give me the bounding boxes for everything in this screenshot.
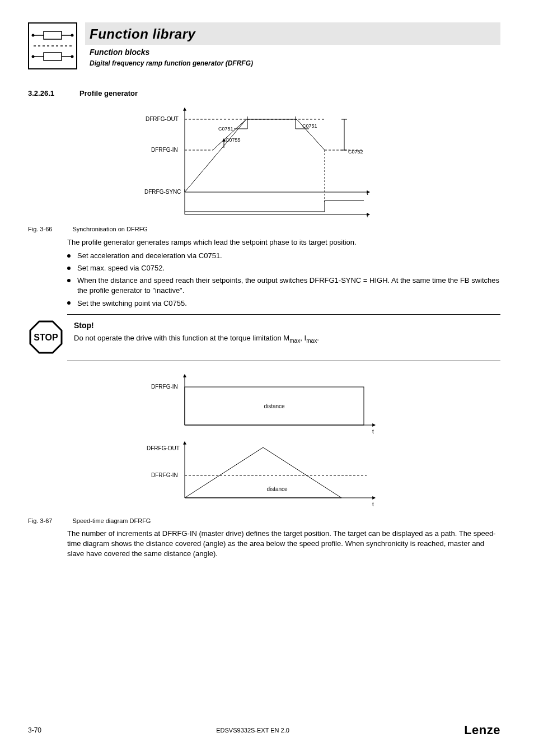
page-title: Function library: [90, 25, 496, 44]
divider: [67, 361, 500, 361]
figure-speed-time: distance DFRFG-IN t DFRFG-OUT DFRFG-IN d…: [134, 369, 425, 515]
svg-text:DFRFG-OUT: DFRFG-OUT: [147, 445, 180, 451]
list-item: Set max. speed via C0752.: [67, 263, 500, 273]
divider: [67, 314, 500, 315]
page-subsubtitle: Digital frequency ramp function generato…: [90, 59, 500, 68]
svg-text:C0752: C0752: [348, 149, 363, 155]
page-subtitle: Function blocks: [90, 47, 500, 58]
svg-text:C0751: C0751: [302, 123, 317, 129]
svg-text:DFRFG-IN: DFRFG-IN: [151, 384, 178, 390]
brand-logo: Lenze: [464, 722, 500, 739]
figure2-id: Fig. 3-67: [28, 517, 52, 525]
doc-id: EDSVS9332S-EXT EN 2.0: [216, 726, 289, 735]
figure1-caption: Synchronisation on DFRFG: [72, 225, 148, 234]
bullet-list: Set acceleration and deceleration via C0…: [67, 251, 500, 309]
svg-text:t: t: [372, 428, 374, 435]
svg-rect-1: [44, 31, 62, 39]
list-item: Set acceleration and deceleration via C0…: [67, 251, 500, 261]
svg-text:DFRFG-IN: DFRFG-IN: [151, 472, 178, 478]
svg-point-3: [32, 34, 35, 37]
svg-text:C0755: C0755: [226, 137, 241, 143]
svg-point-11: [71, 55, 74, 58]
stop-heading: Stop!: [74, 320, 500, 332]
svg-text:distance: distance: [266, 486, 288, 492]
stop-icon: STOP: [28, 319, 64, 355]
svg-rect-7: [44, 53, 62, 60]
stop-text: Do not operate the drive with this funct…: [74, 333, 500, 345]
svg-text:C0751: C0751: [218, 126, 233, 132]
svg-point-9: [32, 55, 35, 58]
intro-text: The profile generator generates ramps wh…: [67, 237, 500, 248]
figure1-id: Fig. 3-66: [28, 225, 52, 234]
list-item: Set the switching point via C0755.: [67, 298, 500, 309]
svg-text:DFRFG-SYNC: DFRFG-SYNC: [144, 189, 181, 195]
body2-text: The number of increments at DFRFG-IN (ma…: [67, 529, 500, 559]
svg-text:DFRFG-OUT: DFRFG-OUT: [146, 116, 179, 122]
svg-text:distance: distance: [264, 403, 285, 409]
svg-line-20: [185, 119, 246, 192]
figure-sync-dfrfg: t DFRFG-OUT DFRFG-IN DFRFG-SYNC C0751 C0…: [134, 105, 425, 223]
svg-line-15: [213, 119, 246, 150]
section-number: 3.2.26.1: [28, 88, 67, 99]
page-number: 3-70: [28, 726, 41, 735]
svg-text:t: t: [367, 212, 368, 218]
svg-text:DFRFG-IN: DFRFG-IN: [151, 147, 178, 153]
svg-text:STOP: STOP: [34, 333, 58, 342]
function-block-icon: [28, 22, 77, 69]
section-title: Profile generator: [79, 88, 138, 99]
svg-text:t: t: [372, 501, 374, 507]
list-item: When the distance and speed reach their …: [67, 276, 500, 296]
figure2-caption: Speed-time diagram DFRFG: [72, 517, 151, 525]
svg-point-5: [71, 34, 74, 37]
svg-text:t: t: [367, 190, 368, 196]
